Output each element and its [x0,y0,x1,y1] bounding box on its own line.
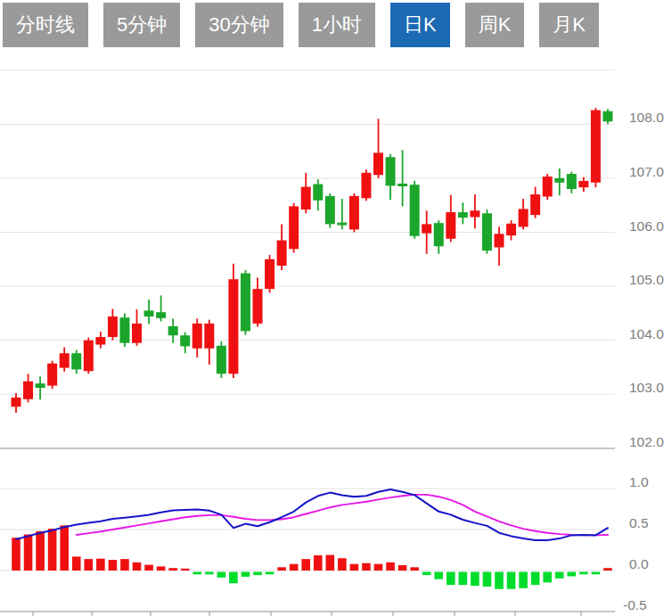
price-grid [0,70,615,448]
candle-body [410,185,420,236]
macd-bar-down [459,572,468,586]
timeframe-button-0[interactable]: 分时线 [3,3,88,47]
macd-bar-down [592,572,601,575]
candle-body [602,111,612,122]
candle-body [180,335,190,346]
candle-body [204,324,214,349]
macd-bar-down [242,572,250,577]
macd-bar-up [133,563,142,571]
candle-body [349,196,359,230]
kline-chart-panel[interactable]: 108.0107.0106.0105.0104.0103.0102.01.00.… [0,0,672,616]
chart-svg: 108.0107.0106.0105.0104.0103.0102.01.00.… [0,0,672,616]
candle-body [458,212,468,218]
timeframe-button-3[interactable]: 1小时 [299,3,375,47]
candle-body [337,223,347,226]
macd-bar-down [253,572,262,576]
macd-histogram [12,525,612,588]
candle-body [422,224,431,233]
macd-axis-label: 1.0 [629,474,649,489]
dif-line [16,489,608,540]
candle-body [289,206,299,249]
candle-body [193,324,202,349]
timeframe-button-6[interactable]: 月K [539,3,599,47]
macd-axis-label: -0.5 [623,597,647,612]
candle-body [361,173,371,198]
macd-axis-label: 0.0 [629,556,649,571]
macd-bar-up [144,565,153,571]
candle-body [47,364,57,386]
candle-body [530,194,540,215]
candle-body [132,324,142,343]
price-axis-label: 108.0 [629,110,664,125]
candle-body [446,212,455,239]
macd-bar-down [483,572,492,587]
macd-axis-label: 0.5 [629,515,649,530]
candle-body [554,178,564,183]
macd-bar-up [603,568,612,571]
candle-body [470,210,479,217]
candle-body [253,289,263,324]
timeframe-button-2[interactable]: 30分钟 [195,3,283,47]
macd-bar-down [568,572,577,577]
candle-body [567,174,577,189]
macd-bar-up [290,564,299,571]
macd-bar-up [157,566,166,571]
candle-body [277,241,287,266]
macd-bar-down [543,572,552,583]
candle-body [144,310,154,316]
candle-body [265,259,275,289]
macd-grid [0,489,615,616]
timeframe-button-1[interactable]: 5分钟 [103,3,180,47]
candle-body [217,346,226,374]
timeframe-button-4[interactable]: 日K [390,3,450,47]
price-axis-label: 103.0 [629,380,664,395]
candle-body [495,234,504,247]
candle-body [60,353,70,367]
candle-series [12,108,613,413]
macd-bar-up [326,555,335,571]
macd-bar-up [168,568,177,571]
candle-body [119,317,129,342]
macd-bar-up [24,535,33,571]
macd-bar-up [338,558,347,571]
macd-bar-up [314,555,323,571]
macd-bar-up [120,559,129,571]
candle-body [543,177,553,196]
price-axis-label: 104.0 [629,326,664,341]
candle-body [36,383,45,388]
axis-labels: 108.0107.0106.0105.0104.0103.0102.01.00.… [623,110,664,612]
timeframe-button-5[interactable]: 周K [465,3,525,47]
candle-body [506,224,516,235]
price-axis-label: 107.0 [629,164,664,179]
macd-bar-up [181,569,190,571]
candle-body [591,111,601,183]
candle-body [325,196,335,225]
macd-bar-up [109,560,118,571]
macd-bar-up [85,559,94,571]
candle-body [434,223,444,246]
candle-body [23,382,33,399]
candle-body [108,316,118,337]
macd-bar-up [410,567,419,571]
macd-bar-up [350,564,359,571]
macd-bar-down [447,572,455,586]
macd-bar-down [555,572,564,579]
macd-bar-up [277,567,286,571]
macd-bar-down [495,572,504,589]
candle-body [12,398,21,407]
macd-bar-down [193,572,201,575]
candle-body [397,184,407,186]
candle-body [482,213,492,251]
candle-body [386,157,396,185]
candle-body [95,337,105,344]
macd-bar-up [301,559,310,571]
macd-bar-up [386,563,395,571]
macd-bar-down [519,572,528,588]
macd-bar-up [374,564,383,571]
candle-body [313,185,323,201]
macd-bar-up [12,538,20,571]
price-axis-label: 102.0 [629,434,664,449]
candle-body [301,187,311,209]
candle-body [578,181,588,187]
candle-body [168,326,178,335]
